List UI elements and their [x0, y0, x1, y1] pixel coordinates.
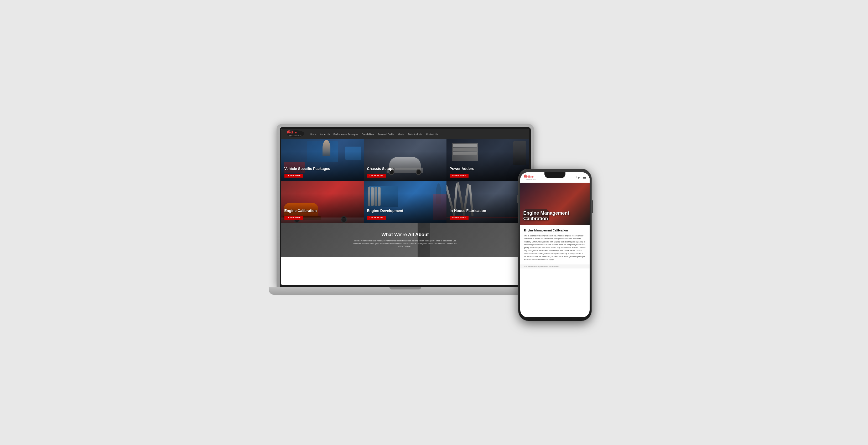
nav-item-builds[interactable]: Featured Builds	[378, 131, 394, 136]
navigation: Redline MOTORSPORTS Home About Us Perfor…	[281, 129, 529, 139]
learn-more-calibration[interactable]: LEARN MORE	[284, 216, 303, 219]
nav-item-contact[interactable]: Contact Us	[426, 131, 438, 136]
about-title: What We're All About	[292, 232, 519, 237]
nav-links: Home About Us Performance Packages Capab…	[310, 131, 438, 136]
phone-footer-text: ch of the calibration is performed in ou…	[524, 266, 586, 267]
phone-logo-area: Redline MOTORSPORTS	[523, 174, 542, 181]
nav-item-capabilities[interactable]: Capabilities	[362, 131, 374, 136]
service-title-vehicle: Vehicle Specific Packages	[284, 167, 330, 171]
service-card-calibration[interactable]: Engine Calibration LEARN MORE	[281, 181, 364, 223]
youtube-icon[interactable]: ▶	[578, 176, 580, 179]
phone-device: Redline MOTORSPORTS f ▶ ☰	[518, 169, 592, 321]
service-card-power[interactable]: Power Adders LEARN MORE	[446, 139, 529, 181]
learn-more-engine-dev[interactable]: LEARN MORE	[367, 216, 386, 219]
facebook-icon[interactable]: f	[576, 176, 577, 179]
nav-item-packages[interactable]: Performance Packages	[334, 131, 358, 136]
service-card-engine-dev[interactable]: Engine Development LEARN MORE	[364, 181, 446, 223]
site-logo[interactable]: Redline MOTORSPORTS	[286, 130, 305, 138]
laptop-device: Redline MOTORSPORTS Home About Us Perfor…	[277, 124, 534, 313]
learn-more-power[interactable]: LEARN MORE	[450, 174, 468, 178]
laptop-base	[269, 287, 542, 295]
nav-item-media[interactable]: Media	[398, 131, 404, 136]
phone-section-text: This is an area of uncompromised focus. …	[524, 234, 586, 261]
learn-more-vehicle[interactable]: LEARN MORE	[284, 174, 303, 178]
phone-menu-button[interactable]: ☰	[583, 175, 586, 180]
services-grid: Vehicle Specific Packages LEARN MORE	[281, 139, 529, 223]
learn-more-chassis[interactable]: LEARN MORE	[367, 174, 386, 178]
laptop-shell: Redline MOTORSPORTS Home About Us Perfor…	[277, 124, 534, 287]
service-card-chassis[interactable]: Chassis Setups LEARN MORE	[364, 139, 446, 181]
service-title-chassis: Chassis Setups	[367, 167, 394, 171]
nav-item-about[interactable]: About Us	[320, 131, 330, 136]
learn-more-fabrication[interactable]: LEARN MORE	[450, 216, 468, 219]
phone-shell: Redline MOTORSPORTS f ▶ ☰	[518, 169, 592, 321]
about-text: Redline Motorsports is late model GM Per…	[353, 240, 458, 248]
phone-hero-title: Engine Management Calibration	[523, 210, 586, 222]
phone-social-icons: f ▶	[576, 176, 580, 179]
laptop-screen: Redline MOTORSPORTS Home About Us Perfor…	[281, 129, 529, 285]
service-title-calibration: Engine Calibration	[284, 209, 317, 213]
about-section: What We're All About Redline Motorsports…	[281, 223, 529, 257]
nav-item-home[interactable]: Home	[310, 131, 316, 136]
content-area: Vehicle Specific Packages LEARN MORE	[281, 139, 529, 285]
phone-power-button	[592, 200, 593, 213]
phone-screen: Redline MOTORSPORTS f ▶ ☰	[520, 172, 590, 317]
svg-text:MOTORSPORTS: MOTORSPORTS	[526, 178, 536, 180]
service-card-vehicle[interactable]: Vehicle Specific Packages LEARN MORE	[281, 139, 364, 181]
phone-hero: Engine Management Calibration	[520, 183, 590, 225]
phone-notch	[545, 172, 565, 178]
scene: Redline MOTORSPORTS Home About Us Perfor…	[277, 124, 592, 321]
phone-section-title: Engine Management Calibration	[524, 229, 586, 232]
service-title-engine-dev: Engine Development	[367, 209, 403, 213]
phone-logo-svg: Redline MOTORSPORTS	[523, 174, 542, 181]
phone-volume-button	[517, 195, 518, 203]
service-title-power: Power Adders	[450, 167, 474, 171]
laptop-screen-border: Redline MOTORSPORTS Home About Us Perfor…	[280, 127, 531, 287]
svg-text:MOTORSPORTS: MOTORSPORTS	[289, 135, 302, 136]
service-card-fabrication[interactable]: In-House Fabrication LEARN MORE	[446, 181, 529, 223]
nav-item-tech[interactable]: Technical Info	[408, 131, 422, 136]
service-title-fabrication: In-House Fabrication	[450, 209, 486, 213]
website: Redline MOTORSPORTS Home About Us Perfor…	[281, 129, 529, 285]
phone-body: Engine Management Calibration This is an…	[520, 225, 590, 265]
